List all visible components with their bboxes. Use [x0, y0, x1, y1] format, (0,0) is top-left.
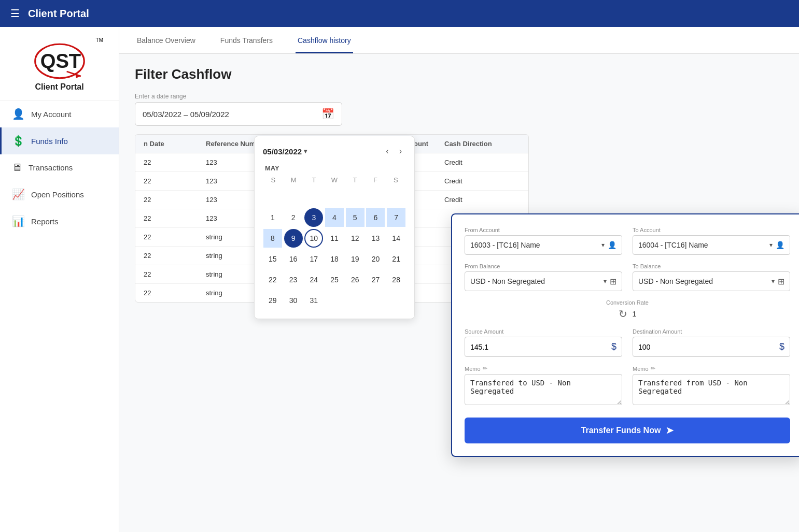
main-layout: TM QST Client Portal 👤 My Account — [0, 27, 799, 532]
person-icon: 👤 — [776, 241, 784, 249]
cal-day-26[interactable]: 26 — [346, 270, 365, 289]
cal-day-21[interactable]: 21 — [387, 250, 405, 268]
from-balance-label: From Balance — [465, 263, 622, 269]
from-account-input[interactable]: 16003 - [TC16] Name ▾ 👤 — [465, 235, 622, 255]
destination-amount-input[interactable]: 100 $ — [633, 337, 790, 357]
calendar-icon[interactable]: 📅 — [321, 108, 334, 120]
cal-day-22[interactable]: 22 — [263, 270, 282, 289]
topbar: ☰ Client Portal — [0, 0, 799, 27]
cal-day-30[interactable]: 30 — [284, 291, 303, 310]
content-area: Balance Overview Funds Transfers Cashflo… — [119, 27, 799, 532]
cal-day-23[interactable]: 23 — [284, 270, 303, 289]
transfer-funds-button[interactable]: Transfer Funds Now ➤ — [465, 418, 790, 443]
from-account-label: From Account — [465, 227, 622, 233]
to-account-input[interactable]: 16004 - [TC16] Name ▾ 👤 — [633, 235, 790, 255]
chevron-down-icon[interactable]: ▾ — [772, 278, 775, 285]
topbar-title: Client Portal — [28, 8, 89, 20]
prev-month-button[interactable]: ‹ — [382, 145, 393, 158]
sidebar-item-my-account[interactable]: 👤 My Account — [0, 100, 119, 127]
cal-day-1[interactable]: 1 — [263, 208, 282, 227]
cal-day-8[interactable]: 8 — [263, 229, 282, 248]
cal-day-empty — [366, 188, 385, 206]
calendar-dropdown: 05/03/2022 ▾ ‹ › MAY S M T W T F S — [254, 136, 415, 319]
sidebar-item-label-open-positions: Open Positions — [31, 190, 84, 199]
sidebar-nav: 👤 My Account 💲 Funds Info 🖥 Transactions… — [0, 100, 119, 235]
funds-info-icon: 💲 — [12, 135, 25, 147]
sidebar-item-reports[interactable]: 📊 Reports — [0, 208, 119, 235]
cal-day-19[interactable]: 19 — [346, 250, 365, 268]
refresh-icon[interactable]: ↻ — [619, 308, 627, 320]
logo-circle: QST — [34, 43, 86, 79]
transactions-icon: 🖥 — [12, 162, 22, 174]
cal-day-5[interactable]: 5 — [346, 208, 365, 227]
memo-to-field: Memo ✏ — [633, 365, 790, 407]
chevron-down-icon[interactable]: ▾ — [304, 148, 307, 155]
cal-day-27[interactable]: 27 — [366, 270, 385, 289]
cal-day-9[interactable]: 9 — [284, 229, 303, 248]
date-range-value: 05/03/2022 – 05/09/2022 — [143, 110, 229, 119]
cal-day-2[interactable]: 2 — [284, 208, 303, 227]
qst-logo-svg: QST — [34, 40, 86, 82]
cal-day-empty — [387, 188, 405, 206]
cal-day-3[interactable]: 3 — [304, 208, 323, 227]
tab-balance-overview[interactable]: Balance Overview — [135, 27, 198, 53]
cal-day-11[interactable]: 11 — [325, 229, 344, 248]
cal-day-16[interactable]: 16 — [284, 250, 303, 268]
cal-day-7[interactable]: 7 — [387, 208, 405, 227]
chevron-down-icon[interactable]: ▾ — [601, 241, 605, 249]
cal-day-24[interactable]: 24 — [304, 270, 323, 289]
sidebar-item-open-positions[interactable]: 📈 Open Positions — [0, 181, 119, 208]
cal-day-15[interactable]: 15 — [263, 250, 282, 268]
cal-day-29[interactable]: 29 — [263, 291, 282, 310]
memo-from-input[interactable] — [465, 374, 622, 405]
to-account-label: To Account — [633, 227, 790, 233]
memo-row: Memo ✏ Memo ✏ — [465, 365, 790, 407]
cal-day-10[interactable]: 10 — [304, 229, 323, 248]
cal-day-empty — [325, 188, 344, 206]
chevron-down-icon[interactable]: ▾ — [769, 241, 773, 249]
cal-day-empty — [325, 291, 344, 310]
sidebar-item-transactions[interactable]: 🖥 Transactions — [0, 154, 119, 181]
sidebar-item-funds-info[interactable]: 💲 Funds Info — [0, 127, 119, 154]
cal-day-14[interactable]: 14 — [387, 229, 405, 248]
cal-day-18[interactable]: 18 — [325, 250, 344, 268]
memo-from-label: Memo ✏ — [465, 365, 622, 372]
date-range-label: Enter a date range — [135, 93, 783, 100]
reports-icon: 📊 — [12, 215, 25, 227]
cal-day-20[interactable]: 20 — [366, 250, 385, 268]
cal-day-12[interactable]: 12 — [346, 229, 365, 248]
cal-day-4[interactable]: 4 — [325, 208, 344, 227]
tab-funds-transfers[interactable]: Funds Transfers — [218, 27, 275, 53]
account-row: From Account 16003 - [TC16] Name ▾ 👤 To … — [465, 227, 790, 255]
from-balance-field: From Balance USD - Non Segregated ▾ ⊞ — [465, 263, 622, 291]
source-amount-input[interactable]: 145.1 $ — [465, 337, 622, 357]
cal-day-13[interactable]: 13 — [366, 229, 385, 248]
sidebar-item-label-reports: Reports — [31, 217, 59, 226]
svg-text:QST: QST — [40, 50, 80, 72]
sidebar-item-label-my-account: My Account — [31, 110, 72, 119]
sidebar-item-label-transactions: Transactions — [29, 163, 73, 172]
arrow-right-icon: ➤ — [666, 425, 674, 436]
tabs-bar: Balance Overview Funds Transfers Cashflo… — [119, 27, 799, 54]
cal-day-28[interactable]: 28 — [387, 270, 405, 289]
chevron-down-icon[interactable]: ▾ — [604, 278, 607, 285]
conversion-rate-value: 1 — [633, 310, 637, 318]
open-positions-icon: 📈 — [12, 188, 25, 200]
cal-day-25[interactable]: 25 — [325, 270, 344, 289]
tab-cashflow-history[interactable]: Cashflow history — [296, 27, 353, 53]
my-account-icon: 👤 — [12, 108, 25, 120]
cal-day-31[interactable]: 31 — [304, 291, 323, 310]
cal-day-6[interactable]: 6 — [366, 208, 385, 227]
next-month-button[interactable]: › — [395, 145, 406, 158]
cal-day-17[interactable]: 17 — [304, 250, 323, 268]
memo-to-input[interactable] — [633, 374, 790, 405]
edit-icon: ✏ — [483, 365, 487, 372]
from-balance-input[interactable]: USD - Non Segregated ▾ ⊞ — [465, 271, 622, 291]
to-balance-input[interactable]: USD - Non Segregated ▾ ⊞ — [633, 271, 790, 291]
cal-day-empty — [346, 291, 365, 310]
date-range-input[interactable]: 05/03/2022 – 05/09/2022 📅 — [135, 102, 342, 126]
sidebar-item-label-funds-info: Funds Info — [31, 137, 68, 146]
cal-day-empty — [263, 188, 282, 206]
memo-from-field: Memo ✏ — [465, 365, 622, 407]
hamburger-menu-icon[interactable]: ☰ — [10, 7, 20, 20]
